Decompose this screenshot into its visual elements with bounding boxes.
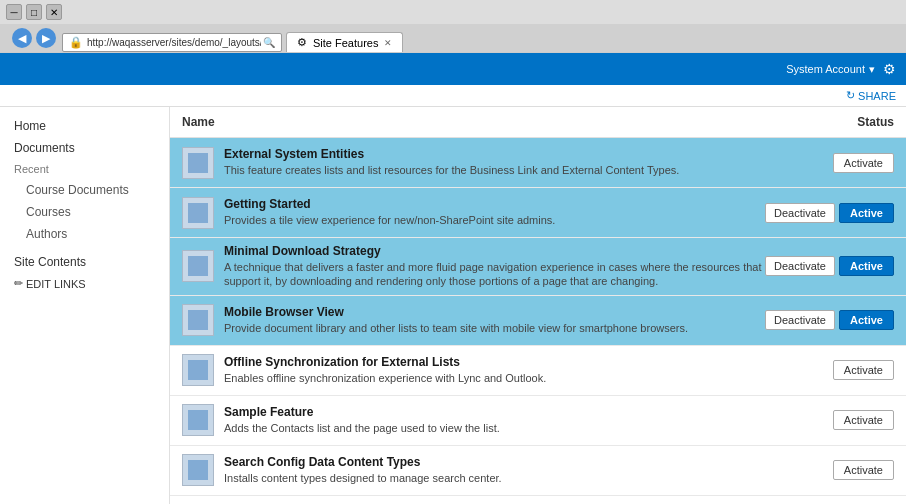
activate-button[interactable]: Activate: [833, 460, 894, 480]
feature-icon: [182, 454, 214, 486]
settings-gear-icon[interactable]: ⚙: [883, 61, 896, 77]
feature-actions: Activate: [764, 460, 894, 480]
home-label: Home: [14, 119, 46, 133]
forward-button[interactable]: ▶: [36, 28, 56, 48]
feature-text: Mobile Browser View Provide document lib…: [224, 305, 764, 335]
feature-title: Getting Started: [224, 197, 764, 211]
sidebar-item-home[interactable]: Home: [12, 115, 157, 137]
main-content: Name Status External System Entities Thi…: [170, 107, 906, 504]
feature-icon: [182, 250, 214, 282]
tab-icon: ⚙: [297, 36, 307, 49]
feature-text: Offline Synchronization for External Lis…: [224, 355, 764, 385]
feature-title: Search Config Data Content Types: [224, 455, 764, 469]
table-row: External System Entities This feature cr…: [170, 138, 906, 188]
deactivate-button[interactable]: Deactivate: [765, 203, 835, 223]
maximize-button[interactable]: □: [26, 4, 42, 20]
feature-desc: Provides a tile view experience for new/…: [224, 213, 764, 227]
table-row: Search Config Data Site Columns Installs…: [170, 496, 906, 504]
documents-label: Documents: [14, 141, 75, 155]
pencil-icon: ✏: [14, 277, 23, 290]
sidebar-item-recent[interactable]: Recent: [12, 159, 157, 179]
feature-title: Offline Synchronization for External Lis…: [224, 355, 764, 369]
feature-text: Minimal Download Strategy A technique th…: [224, 244, 764, 289]
sidebar-item-course-documents[interactable]: Course Documents: [12, 179, 157, 201]
deactivate-button[interactable]: Deactivate: [765, 310, 835, 330]
feature-icon: [182, 304, 214, 336]
active-button[interactable]: Active: [839, 256, 894, 276]
feature-icon: [182, 354, 214, 386]
activate-button[interactable]: Activate: [833, 360, 894, 380]
share-label: SHARE: [858, 90, 896, 102]
feature-desc: Installs content types designed to manag…: [224, 471, 764, 485]
authors-label: Authors: [26, 227, 67, 241]
close-button[interactable]: ✕: [46, 4, 62, 20]
edit-links-label: EDIT LINKS: [26, 278, 86, 290]
tab-label: Site Features: [313, 37, 378, 49]
table-row: Sample Feature Adds the Contacts list an…: [170, 396, 906, 446]
table-row: Search Config Data Content Types Install…: [170, 446, 906, 496]
tab-close-icon[interactable]: ✕: [384, 38, 392, 48]
tab-bar: ◀ ▶ 🔒 http://waqasserver/sites/demo/_lay…: [0, 24, 906, 52]
sidebar-item-documents[interactable]: Documents: [12, 137, 157, 159]
sp-topbar: System Account ▾ ⚙: [0, 53, 906, 85]
course-documents-label: Course Documents: [26, 183, 129, 197]
minimize-button[interactable]: ─: [6, 4, 22, 20]
feature-desc: A technique that delivers a faster and m…: [224, 260, 764, 289]
feature-title: Minimal Download Strategy: [224, 244, 764, 258]
feature-desc: Enables offline synchronization experien…: [224, 371, 764, 385]
deactivate-button[interactable]: Deactivate: [765, 256, 835, 276]
lock-icon: 🔒: [69, 36, 83, 49]
feature-text: External System Entities This feature cr…: [224, 147, 764, 177]
activate-button[interactable]: Activate: [833, 410, 894, 430]
share-button[interactable]: ↻ SHARE: [846, 89, 896, 102]
address-bar[interactable]: 🔒 http://waqasserver/sites/demo/_layouts…: [62, 33, 282, 52]
recent-label: Recent: [14, 163, 49, 175]
sidebar-item-site-contents[interactable]: Site Contents: [12, 251, 157, 273]
back-button[interactable]: ◀: [12, 28, 32, 48]
table-row: Offline Synchronization for External Lis…: [170, 346, 906, 396]
feature-icon: [182, 147, 214, 179]
feature-text: Search Config Data Content Types Install…: [224, 455, 764, 485]
site-contents-label: Site Contents: [14, 255, 86, 269]
feature-actions: Activate: [764, 410, 894, 430]
sidebar-item-courses[interactable]: Courses: [12, 201, 157, 223]
sidebar: Home Documents Recent Course Documents C…: [0, 107, 170, 504]
table-row: Mobile Browser View Provide document lib…: [170, 296, 906, 346]
active-button[interactable]: Active: [839, 310, 894, 330]
feature-desc: This feature creates lists and list reso…: [224, 163, 764, 177]
col-status-header: Status: [774, 115, 894, 129]
feature-actions: Deactivate Active: [764, 203, 894, 223]
feature-desc: Provide document library and other lists…: [224, 321, 764, 335]
share-icon: ↻: [846, 89, 855, 102]
account-menu[interactable]: System Account ▾: [786, 63, 875, 76]
active-button[interactable]: Active: [839, 203, 894, 223]
sidebar-item-authors[interactable]: Authors: [12, 223, 157, 245]
feature-actions: Deactivate Active: [764, 256, 894, 276]
col-name-header: Name: [182, 115, 774, 129]
table-row: Getting Started Provides a tile view exp…: [170, 188, 906, 238]
courses-label: Courses: [26, 205, 71, 219]
feature-list: External System Entities This feature cr…: [170, 138, 906, 504]
feature-icon: [182, 197, 214, 229]
browser-chrome: ─ □ ✕ ◀ ▶ 🔒 http://waqasserver/sites/dem…: [0, 0, 906, 53]
feature-icon: [182, 404, 214, 436]
feature-text: Sample Feature Adds the Contacts list an…: [224, 405, 764, 435]
feature-actions: Deactivate Active: [764, 310, 894, 330]
feature-text: Getting Started Provides a tile view exp…: [224, 197, 764, 227]
feature-title: Mobile Browser View: [224, 305, 764, 319]
sp-actions-bar: ↻ SHARE: [0, 85, 906, 107]
sp-layout: Home Documents Recent Course Documents C…: [0, 107, 906, 504]
feature-actions: Activate: [764, 153, 894, 173]
content-header: Name Status: [170, 107, 906, 138]
account-dropdown-icon: ▾: [869, 63, 875, 76]
account-label: System Account: [786, 63, 865, 75]
browser-titlebar: ─ □ ✕: [0, 0, 906, 24]
url-text: http://waqasserver/sites/demo/_layouts/1…: [87, 37, 261, 48]
site-features-tab[interactable]: ⚙ Site Features ✕: [286, 32, 403, 52]
feature-actions: Activate: [764, 360, 894, 380]
feature-title: External System Entities: [224, 147, 764, 161]
sidebar-edit-links[interactable]: ✏ EDIT LINKS: [12, 273, 157, 294]
activate-button[interactable]: Activate: [833, 153, 894, 173]
feature-desc: Adds the Contacts list and the page used…: [224, 421, 764, 435]
feature-title: Sample Feature: [224, 405, 764, 419]
